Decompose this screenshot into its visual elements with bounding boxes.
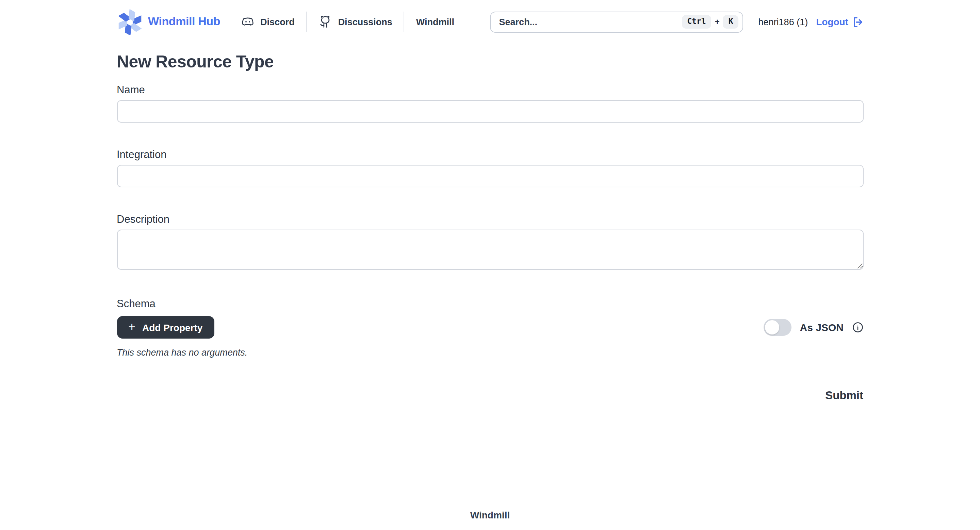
brand-title: Windmill Hub xyxy=(148,15,220,29)
logout-label: Logout xyxy=(816,16,848,27)
nav-item-discussions[interactable]: Discussions xyxy=(318,15,392,29)
description-label: Description xyxy=(117,213,863,225)
search-input[interactable] xyxy=(499,17,682,27)
schema-label: Schema xyxy=(117,298,863,310)
submit-button[interactable]: Submit xyxy=(825,389,863,402)
name-label: Name xyxy=(117,84,863,96)
plus-icon: + xyxy=(128,321,135,333)
description-textarea[interactable] xyxy=(117,230,863,270)
github-octocat-icon xyxy=(318,15,332,29)
as-json-toggle[interactable] xyxy=(764,319,792,336)
info-icon[interactable] xyxy=(852,322,863,333)
kbd-ctrl: Ctrl xyxy=(682,15,711,29)
as-json-label: As JSON xyxy=(800,322,843,333)
nav-item-label: Discord xyxy=(260,17,295,27)
nav-item-label: Windmill xyxy=(416,17,454,27)
nav-item-windmill[interactable]: Windmill xyxy=(416,17,454,27)
add-property-label: Add Property xyxy=(142,322,202,333)
nav-divider xyxy=(306,11,307,32)
field-name: Name xyxy=(117,84,863,123)
field-integration: Integration xyxy=(117,148,863,187)
footer-windmill-link[interactable]: Windmill xyxy=(470,509,510,520)
kbd-separator: + xyxy=(715,17,720,27)
nav-divider xyxy=(404,11,404,32)
integration-label: Integration xyxy=(117,148,863,161)
empty-schema-text: This schema has no arguments. xyxy=(117,347,863,358)
search-box[interactable]: Ctrl + K xyxy=(490,11,743,32)
integration-input[interactable] xyxy=(117,165,863,187)
name-input[interactable] xyxy=(117,100,863,123)
as-json-group: As JSON xyxy=(764,319,863,336)
main-nav: Discord Discussions xyxy=(240,11,454,32)
nav-item-label: Discussions xyxy=(338,17,392,27)
username: henri186 (1) xyxy=(759,17,808,27)
toggle-knob xyxy=(765,320,780,334)
logout-icon xyxy=(852,16,863,27)
page-title: New Resource Type xyxy=(117,52,863,71)
windmill-hub-app: Windmill Hub Discord xyxy=(0,0,980,530)
kbd-k: K xyxy=(723,15,739,29)
logout-link[interactable]: Logout xyxy=(816,16,863,27)
schema-section: Schema + Add Property As JSON xyxy=(117,298,863,358)
windmill-logo-icon xyxy=(117,9,143,35)
field-description: Description xyxy=(117,213,863,273)
user-block: henri186 (1) Logout xyxy=(759,16,863,27)
footer: Windmill xyxy=(0,509,980,520)
brand-home-link[interactable]: Windmill Hub xyxy=(117,9,220,35)
header: Windmill Hub Discord xyxy=(0,0,980,44)
discord-icon xyxy=(240,15,254,29)
nav-item-discord[interactable]: Discord xyxy=(240,15,295,29)
main-content: New Resource Type Name Integration Descr… xyxy=(117,52,863,402)
add-property-button[interactable]: + Add Property xyxy=(117,316,214,338)
